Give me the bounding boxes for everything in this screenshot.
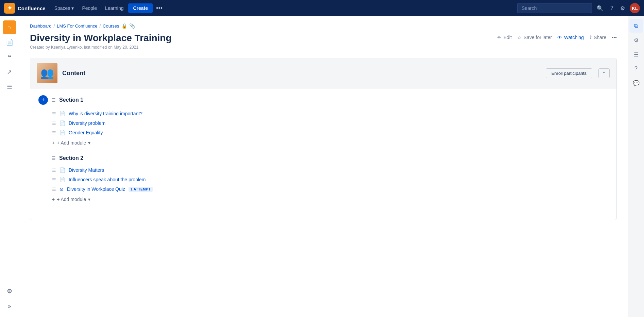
main-nav: Spaces ▾ People Learning Create •••	[51, 3, 165, 13]
watching-button[interactable]: 👁 Watching	[557, 35, 584, 40]
page-meta: Created by Kseniya Lysenko, last modifie…	[30, 45, 617, 50]
save-for-later-button[interactable]: ☆ Save for later	[517, 35, 552, 40]
page-header: Diversity in Workplace Training ✏ Edit ☆…	[30, 33, 617, 44]
module-item: ☰ 📄 Diversity problem	[38, 118, 608, 128]
help-icon[interactable]: ?	[608, 3, 615, 13]
create-button[interactable]: Create	[128, 3, 153, 13]
breadcrumb-dashboard[interactable]: Dashboard	[30, 23, 52, 29]
module-link-influencers[interactable]: Influencers speak about the problem	[69, 177, 146, 182]
section-1-header: + ☰ Section 1	[38, 95, 608, 105]
module-item: ☰ 📄 Gender Equality	[38, 128, 608, 137]
main-content: Dashboard / LMS For Confluence / Courses…	[19, 16, 628, 234]
share-button[interactable]: ⤴ Share	[589, 35, 606, 40]
user-avatar[interactable]: KL	[630, 3, 640, 13]
course-thumbnail: 👥	[37, 63, 57, 83]
section-1-drag-handle[interactable]: ☰	[51, 97, 56, 103]
content-box-title: Content	[62, 70, 541, 77]
sidebar-tasks-icon[interactable]: ☰	[3, 80, 16, 94]
module-drag-handle[interactable]: ☰	[52, 121, 56, 126]
module-item: ☰ 📄 Why is diversity training important?	[38, 109, 608, 118]
quiz-icon: ⊙	[60, 186, 64, 192]
module-drag-handle[interactable]: ☰	[52, 111, 56, 116]
search-area: 🔍 ? ⚙ KL	[517, 3, 640, 14]
rpanel-gear-icon[interactable]: ⚙	[629, 33, 643, 47]
module-item: ☰ 📄 Influencers speak about the problem	[38, 175, 608, 184]
page-icon: 📄	[60, 177, 65, 182]
rpanel-help-icon[interactable]: ?	[629, 62, 643, 76]
content-box: 👥 Content Enroll participants ⌃ + ☰ Sect…	[30, 58, 617, 220]
topnav: ✦ Confluence Spaces ▾ People Learning Cr…	[0, 0, 644, 16]
rpanel-list-icon[interactable]: ☰	[629, 48, 643, 61]
page-title: Diversity in Workplace Training	[30, 33, 172, 44]
confluence-logo[interactable]: ✦	[4, 3, 15, 14]
eye-icon: 👁	[557, 35, 562, 40]
breadcrumb: Dashboard / LMS For Confluence / Courses…	[30, 23, 617, 29]
brand-name: Confluence	[18, 5, 46, 11]
enroll-participants-button[interactable]: Enroll participants	[546, 68, 592, 78]
star-icon: ☆	[517, 35, 522, 40]
edit-button[interactable]: ✏ Edit	[497, 35, 512, 40]
module-link-diversity-training[interactable]: Why is diversity training important?	[69, 111, 142, 116]
collapse-button[interactable]: ⌃	[598, 68, 610, 78]
sidebar-export-icon[interactable]: ↗	[3, 65, 16, 79]
module-link-gender-equality[interactable]: Gender Equality	[69, 130, 103, 135]
module-drag-handle[interactable]: ☰	[52, 187, 56, 192]
share-icon: ⤴	[589, 35, 592, 40]
chevron-down-icon: ▾	[88, 140, 90, 146]
section-1-title: Section 1	[59, 97, 83, 103]
section-2-block: ☰ Section 2 ☰ 📄 Diversity Matters ☰ 📄 In…	[38, 155, 608, 202]
page-icon: 📄	[60, 130, 65, 135]
more-actions-button[interactable]: •••	[612, 35, 617, 40]
module-link-diversity-matters[interactable]: Diversity Matters	[69, 167, 104, 173]
add-module-icon: +	[52, 197, 55, 202]
breadcrumb-courses[interactable]: Courses	[103, 23, 119, 29]
rpanel-comment-icon[interactable]: 💬	[629, 76, 643, 90]
module-link-diversity-problem[interactable]: Diversity problem	[69, 120, 105, 126]
search-input[interactable]	[517, 3, 592, 13]
breadcrumb-lms[interactable]: LMS For Confluence	[57, 23, 97, 29]
attempt-badge: 1 ATTEMPT	[129, 187, 153, 192]
sidebar-document-icon[interactable]: 📄	[3, 35, 16, 49]
rpanel-copy-icon[interactable]: ⧉	[629, 19, 643, 33]
chevron-down-icon: ▾	[71, 5, 74, 11]
section-1-block: + ☰ Section 1 ☰ 📄 Why is diversity train…	[38, 95, 608, 146]
nav-spaces[interactable]: Spaces ▾	[51, 3, 78, 13]
left-sidebar: ⌂ 📄 ❝ ↗ ☰ ⚙ »	[0, 16, 19, 234]
chevron-up-icon: ⌃	[602, 71, 606, 76]
add-module-section-2[interactable]: + + Add module ▾	[38, 194, 608, 202]
section-2-title: Section 2	[59, 155, 83, 161]
lock-icon: 🔒	[121, 23, 127, 29]
add-module-icon: +	[52, 140, 55, 146]
chevron-down-icon: ▾	[88, 197, 90, 202]
page-actions: ✏ Edit ☆ Save for later 👁 Watching ⤴ Sha…	[497, 33, 617, 40]
settings-icon[interactable]: ⚙	[618, 3, 627, 14]
edit-icon: ✏	[497, 35, 502, 40]
module-item: ☰ 📄 Diversity Matters	[38, 165, 608, 175]
right-panel: ⧉ ⚙ ☰ ? 💬	[628, 16, 644, 234]
more-nav-button[interactable]: •••	[154, 3, 165, 13]
content-body: + ☰ Section 1 ☰ 📄 Why is diversity train…	[30, 88, 616, 220]
paperclip-icon: 📎	[129, 23, 135, 29]
sidebar-quote-icon[interactable]: ❝	[3, 50, 16, 64]
add-section-1-button[interactable]: +	[38, 95, 48, 105]
section-2-header: ☰ Section 2	[38, 155, 608, 161]
nav-learning[interactable]: Learning	[102, 3, 127, 13]
content-box-header: 👥 Content Enroll participants ⌃	[30, 58, 616, 88]
module-drag-handle[interactable]: ☰	[52, 168, 56, 173]
page-icon: 📄	[60, 111, 65, 116]
module-item: ☰ ⊙ Diversity in Workplace Quiz 1 ATTEMP…	[38, 184, 608, 194]
module-drag-handle[interactable]: ☰	[52, 177, 56, 182]
section-2-drag-handle[interactable]: ☰	[51, 155, 56, 161]
module-link-quiz[interactable]: Diversity in Workplace Quiz	[67, 186, 125, 192]
add-module-section-1[interactable]: + + Add module ▾	[38, 137, 608, 146]
sidebar-home-icon[interactable]: ⌂	[3, 20, 16, 34]
nav-people[interactable]: People	[79, 3, 100, 13]
search-icon[interactable]: 🔍	[595, 3, 606, 14]
page-icon: 📄	[60, 167, 65, 173]
page-icon: 📄	[60, 120, 65, 126]
module-drag-handle[interactable]: ☰	[52, 130, 56, 135]
